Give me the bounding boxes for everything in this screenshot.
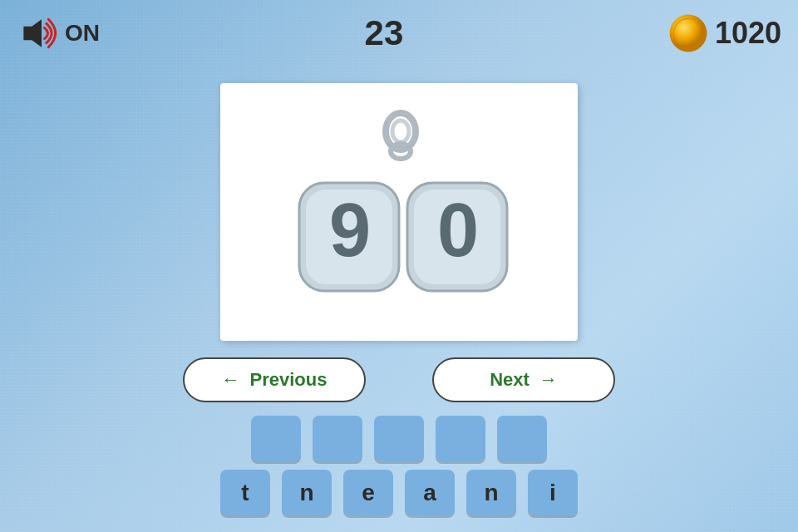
- letter-tile-a[interactable]: a: [405, 470, 455, 515]
- question-counter: 23: [365, 13, 404, 53]
- svg-marker-0: [23, 19, 42, 47]
- nav-buttons: ← Previous Next →: [183, 357, 615, 402]
- letter-tile-i[interactable]: i: [528, 470, 578, 515]
- svg-text:9: 9: [329, 189, 369, 272]
- previous-button[interactable]: ← Previous: [183, 357, 366, 402]
- next-button[interactable]: Next →: [432, 357, 615, 402]
- answer-tile-3[interactable]: [374, 416, 424, 461]
- next-label: Next: [490, 369, 530, 391]
- arrow-right-icon: →: [539, 369, 558, 391]
- speaker-icon: [17, 12, 58, 54]
- answer-row: [251, 416, 547, 461]
- letter-tile-e[interactable]: e: [343, 470, 393, 515]
- sound-toggle[interactable]: ON: [17, 12, 100, 54]
- charm-image: 9 0: [258, 100, 540, 324]
- letter-tiles: t n e a n i: [220, 416, 578, 515]
- answer-tile-5[interactable]: [497, 416, 547, 461]
- svg-text:0: 0: [437, 189, 477, 272]
- answer-tile-2[interactable]: [313, 416, 362, 461]
- header: ON 23 1020: [0, 0, 798, 66]
- coins-area: 1020: [668, 13, 781, 53]
- image-container: 9 0: [220, 83, 578, 341]
- letter-tile-n1[interactable]: n: [282, 470, 332, 515]
- coin-icon: [668, 13, 708, 53]
- answer-tile-4[interactable]: [436, 416, 485, 461]
- letter-tile-t[interactable]: t: [220, 470, 270, 515]
- svg-point-1: [670, 15, 707, 52]
- svg-point-4: [392, 121, 409, 142]
- previous-label: Previous: [250, 369, 328, 391]
- coin-count: 1020: [715, 16, 781, 51]
- letter-options-row: t n e a n i: [220, 470, 578, 515]
- arrow-left-icon: ←: [222, 369, 240, 391]
- letter-tile-n2[interactable]: n: [466, 470, 516, 515]
- answer-tile-1[interactable]: [251, 416, 301, 461]
- sound-label: ON: [65, 20, 100, 47]
